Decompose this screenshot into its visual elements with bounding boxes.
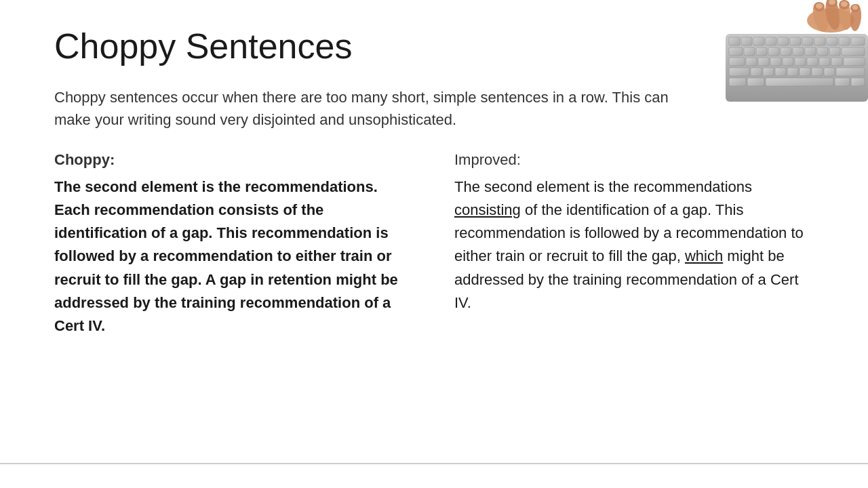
improved-column: Improved: The second element is the reco…	[454, 151, 814, 338]
svg-rect-41	[729, 78, 746, 86]
svg-rect-13	[744, 47, 755, 56]
improved-text-underline1: consisting	[454, 201, 521, 218]
svg-rect-5	[778, 37, 789, 45]
svg-rect-33	[751, 68, 762, 76]
svg-rect-42	[747, 78, 764, 86]
svg-rect-8	[814, 37, 825, 45]
svg-rect-29	[819, 58, 830, 66]
svg-rect-16	[781, 47, 791, 56]
svg-rect-3	[753, 37, 764, 45]
svg-rect-40	[836, 68, 865, 76]
improved-text: The second element is the recommendation…	[454, 176, 814, 314]
svg-rect-14	[756, 47, 767, 56]
slide-container: Choppy Sentences Choppy sentences occur …	[0, 0, 868, 488]
svg-rect-26	[783, 58, 793, 66]
svg-rect-24	[758, 58, 769, 66]
svg-rect-36	[787, 68, 798, 76]
svg-rect-28	[807, 58, 818, 66]
svg-rect-18	[805, 47, 816, 56]
svg-rect-23	[746, 58, 757, 66]
svg-rect-38	[812, 68, 823, 76]
svg-rect-44	[835, 78, 850, 86]
intro-paragraph: Choppy sentences occur when there are to…	[54, 86, 698, 131]
svg-rect-22	[729, 58, 745, 66]
improved-label: Improved:	[454, 151, 814, 169]
header-area: Choppy Sentences	[54, 27, 814, 66]
svg-rect-7	[802, 37, 813, 45]
svg-rect-30	[831, 58, 842, 66]
svg-rect-9	[827, 37, 837, 45]
svg-rect-45	[851, 78, 865, 86]
bottom-divider	[0, 463, 868, 464]
svg-rect-12	[729, 47, 743, 56]
svg-rect-11	[851, 37, 865, 45]
keyboard-image	[726, 0, 868, 102]
svg-rect-31	[844, 58, 865, 66]
choppy-column: Choppy: The second element is the recomm…	[54, 151, 414, 338]
improved-text-underline2: which	[685, 247, 723, 264]
page-title: Choppy Sentences	[54, 27, 352, 66]
svg-rect-37	[800, 68, 810, 76]
columns-container: Choppy: The second element is the recomm…	[54, 151, 814, 338]
svg-rect-6	[790, 37, 801, 45]
choppy-text: The second element is the recommendation…	[54, 176, 414, 338]
svg-rect-4	[766, 37, 776, 45]
svg-rect-15	[768, 47, 779, 56]
svg-point-55	[816, 3, 823, 9]
improved-text-part1: The second element is the recommendation…	[454, 178, 752, 195]
svg-rect-27	[795, 58, 806, 66]
svg-rect-19	[817, 47, 828, 56]
svg-rect-2	[741, 37, 752, 45]
svg-rect-20	[829, 47, 840, 56]
svg-rect-39	[824, 68, 835, 76]
svg-rect-21	[842, 47, 865, 56]
svg-rect-17	[793, 47, 804, 56]
svg-rect-35	[775, 68, 786, 76]
svg-rect-10	[839, 37, 850, 45]
svg-rect-1	[729, 37, 740, 45]
svg-rect-25	[770, 58, 781, 66]
svg-point-58	[852, 5, 858, 10]
choppy-label: Choppy:	[54, 151, 414, 169]
svg-rect-32	[729, 68, 749, 76]
svg-rect-34	[763, 68, 774, 76]
svg-point-57	[841, 1, 848, 7]
svg-rect-43	[766, 78, 833, 86]
